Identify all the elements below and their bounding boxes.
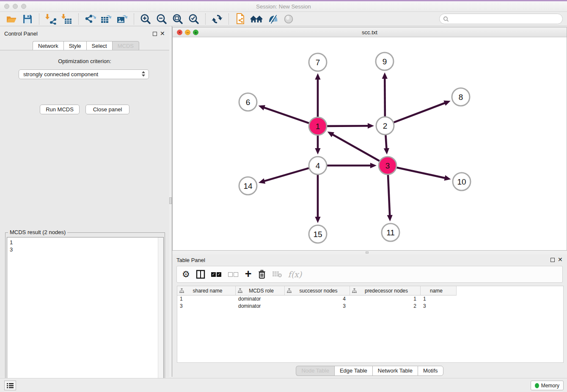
table-panel-tabs: Node TableEdge TableNetwork TableMotifs [172, 366, 567, 376]
network-view-title: scc.txt [173, 29, 567, 36]
table-row[interactable]: 3dominator323 [177, 303, 563, 310]
column-header-predecessor-nodes[interactable]: predecessor nodes [350, 286, 421, 295]
mcds-result-group: MCDS result (2 nodes) 13 [5, 232, 165, 392]
zoom-in-icon[interactable] [139, 13, 152, 25]
close-panel-button[interactable]: Close panel [85, 105, 129, 114]
memory-button[interactable]: Memory [531, 381, 564, 390]
graph-node-11[interactable]: 11 [382, 224, 399, 241]
optimization-criterion-label: Optimization criterion: [0, 58, 169, 64]
graph-node-8[interactable]: 8 [452, 88, 470, 106]
column-header-shared-name[interactable]: shared name [177, 286, 236, 295]
export-table-icon[interactable] [100, 13, 113, 25]
table-toolbar: ⚙ ✓✓ + f(x) [176, 266, 563, 283]
table-cell[interactable]: dominator [236, 295, 285, 303]
apply-layout-icon[interactable] [211, 13, 223, 25]
svg-text:15: 15 [313, 230, 322, 239]
memory-status-icon [535, 383, 539, 388]
node-table[interactable]: shared nameMCDS rolesuccessor nodesprede… [177, 286, 564, 363]
open-session-icon[interactable] [5, 13, 18, 25]
vertical-splitter[interactable] [169, 26, 172, 377]
mcds-result-list[interactable]: 13 [7, 237, 164, 391]
svg-text:8: 8 [459, 93, 463, 102]
network-view-window: ✕ − + scc.txt 1234678910111415 [172, 27, 567, 251]
column-header-successor-nodes[interactable]: successor nodes [285, 286, 350, 295]
graph-node-14[interactable]: 14 [239, 177, 257, 195]
column-header-name[interactable]: name [421, 286, 457, 295]
svg-text:10: 10 [457, 177, 466, 186]
select-all-columns-icon[interactable]: ✓✓ [211, 268, 222, 280]
graph-node-7[interactable]: 7 [309, 53, 327, 71]
mcds-tab-content: Optimization criterion: strongly connect… [0, 50, 169, 377]
toolbar-separator [39, 14, 39, 25]
graph-node-2[interactable]: 2 [376, 117, 394, 135]
window-title: Session: New Session [0, 3, 567, 10]
column-header-MCDS-role[interactable]: MCDS role [236, 286, 285, 295]
show-details-icon[interactable] [282, 13, 295, 25]
tab-edge-table[interactable]: Edge Table [334, 366, 372, 376]
svg-text:11: 11 [386, 228, 395, 237]
run-mcds-button[interactable]: Run MCDS [40, 105, 80, 114]
table-cell[interactable]: 4 [285, 295, 350, 303]
zoom-fit-icon[interactable] [171, 13, 184, 25]
splitter-handle[interactable] [366, 251, 369, 254]
table-settings-gear-icon[interactable]: ⚙ [182, 268, 190, 280]
table-body: 1dominator4113dominator323 [177, 295, 563, 310]
graph-node-4[interactable]: 4 [309, 157, 327, 174]
table-cell[interactable]: 3 [177, 303, 236, 310]
table-row[interactable]: 1dominator411 [177, 295, 563, 303]
table-cell[interactable]: dominator [236, 303, 285, 310]
delete-column-trash-icon[interactable] [258, 268, 266, 280]
float-panel-icon[interactable] [153, 32, 157, 36]
network-from-file-icon[interactable] [234, 13, 247, 25]
mcds-result-title: MCDS result (2 nodes) [8, 229, 67, 235]
control-panel-title: Control Panel [4, 30, 38, 37]
search-icon [443, 16, 449, 22]
export-network-icon[interactable] [84, 13, 96, 25]
table-cell[interactable]: 1 [177, 295, 236, 303]
tab-node-table[interactable]: Node Table [296, 366, 334, 376]
tab-motifs[interactable]: Motifs [418, 366, 443, 376]
memory-label: Memory [541, 383, 559, 389]
control-panel: Control Panel ✕ NetworkStyleSelectMCDS O… [0, 26, 169, 377]
hide-details-icon[interactable] [266, 13, 279, 25]
graph-node-10[interactable]: 10 [453, 173, 471, 190]
table-cell[interactable]: 1 [421, 295, 457, 303]
graph-node-15[interactable]: 15 [309, 225, 327, 243]
home-icon[interactable] [250, 13, 263, 25]
svg-text:6: 6 [246, 98, 250, 107]
svg-text:14: 14 [243, 182, 253, 190]
table-cell[interactable]: 3 [285, 303, 350, 310]
show-columns-icon[interactable] [196, 268, 205, 280]
table-cell[interactable]: 1 [350, 295, 421, 303]
export-image-icon[interactable] [116, 13, 129, 25]
table-cell[interactable]: 2 [350, 303, 421, 310]
toolbar-separator [78, 14, 79, 25]
graph-node-9[interactable]: 9 [376, 52, 394, 70]
criterion-select[interactable]: strongly connected component [19, 69, 149, 79]
float-panel-icon[interactable] [550, 258, 555, 262]
close-panel-icon[interactable]: ✕ [558, 256, 563, 263]
zoom-out-icon[interactable] [155, 13, 168, 25]
splitter-handle[interactable] [169, 197, 172, 204]
graph-node-6[interactable]: 6 [239, 93, 257, 111]
network-window-titlebar: ✕ − + scc.txt [173, 28, 567, 37]
close-panel-icon[interactable]: ✕ [160, 30, 165, 37]
import-network-icon[interactable] [44, 13, 57, 25]
unselect-all-columns-icon[interactable] [228, 268, 239, 280]
graph-node-3[interactable]: 3 [379, 157, 396, 174]
table-panel-title: Table Panel [176, 257, 205, 263]
tab-network-table[interactable]: Network Table [372, 366, 418, 376]
create-column-icon[interactable]: + [245, 268, 252, 280]
search-input[interactable] [439, 14, 563, 24]
list-icon [7, 383, 14, 389]
graph-node-1[interactable]: 1 [309, 117, 327, 135]
zoom-selected-icon[interactable] [187, 13, 200, 25]
table-cell[interactable]: 3 [421, 303, 457, 310]
network-graph-canvas[interactable]: 1234678910111415 [173, 37, 567, 250]
svg-text:3: 3 [385, 161, 390, 170]
save-session-icon[interactable] [21, 13, 34, 25]
result-scrollbar[interactable] [158, 237, 163, 391]
task-history-button[interactable] [4, 381, 16, 390]
horizontal-splitter[interactable] [172, 251, 567, 254]
import-table-icon[interactable] [61, 13, 73, 25]
